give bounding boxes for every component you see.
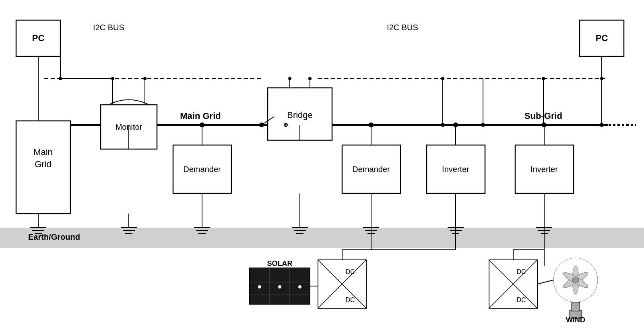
i2c-bus-right-label: I2C BUS	[387, 23, 418, 32]
i2c-dot-pc-left	[59, 77, 62, 80]
solar-dot-1	[258, 285, 261, 288]
pc-right-dot	[600, 123, 604, 127]
solar-dot-2	[278, 285, 281, 288]
diagram: Earth/Ground PC PC I2C BUS I2C BUS Main …	[0, 0, 644, 332]
i2c-right-dot	[481, 123, 485, 127]
dc-dc-right-bottom-label: DC	[516, 297, 526, 303]
pc-right-label: PC	[596, 33, 608, 43]
solar-label: SOLAR	[267, 259, 293, 268]
bridge-label: Bridge	[287, 110, 313, 120]
dc-dc-left-top-label: DC	[345, 268, 355, 275]
i2c-bus-left-label: I2C BUS	[93, 23, 124, 32]
dc-dc-right-top-label: DC	[516, 268, 526, 275]
pc-left-label: PC	[32, 33, 45, 43]
demander-left-dot	[200, 122, 204, 127]
main-grid-box-label2: Grid	[35, 159, 52, 169]
bridge-dot-right-fill	[285, 124, 287, 126]
demander-right-dot	[369, 122, 374, 127]
inv-left-power-dot	[441, 123, 445, 127]
inverter-right-label: Inverter	[530, 165, 558, 174]
wind-label: WIND	[566, 316, 585, 324]
main-grid-line-label: Main Grid	[180, 111, 221, 121]
i2c-dot-bridge-left	[288, 77, 291, 80]
wind-hub	[572, 277, 579, 283]
i2c-dot-bridge-right	[308, 77, 312, 80]
monitor-arc	[109, 100, 149, 105]
solar-dot-3	[298, 285, 301, 288]
wind-to-dcdc-line	[537, 280, 553, 284]
i2c-dot-inv-right	[542, 77, 545, 80]
i2c-dot-inv-left	[441, 77, 444, 80]
wind-pole	[572, 302, 580, 311]
i2c-dot-monitor-right	[143, 77, 147, 80]
i2c-dot-pc-right	[600, 77, 603, 80]
inverter-left-dot	[453, 122, 458, 127]
i2c-dot-monitor-left	[111, 77, 114, 80]
inverter-left-label: Inverter	[442, 165, 469, 174]
main-grid-box-label1: Main	[33, 147, 53, 157]
inverter-right-dot2	[541, 123, 545, 127]
dc-dc-left-bottom-label: DC	[345, 297, 355, 303]
demander-left-label: Demander	[183, 165, 221, 174]
earth-ground-label: Earth/Ground	[28, 232, 80, 241]
demander-right-label: Demander	[352, 165, 390, 174]
